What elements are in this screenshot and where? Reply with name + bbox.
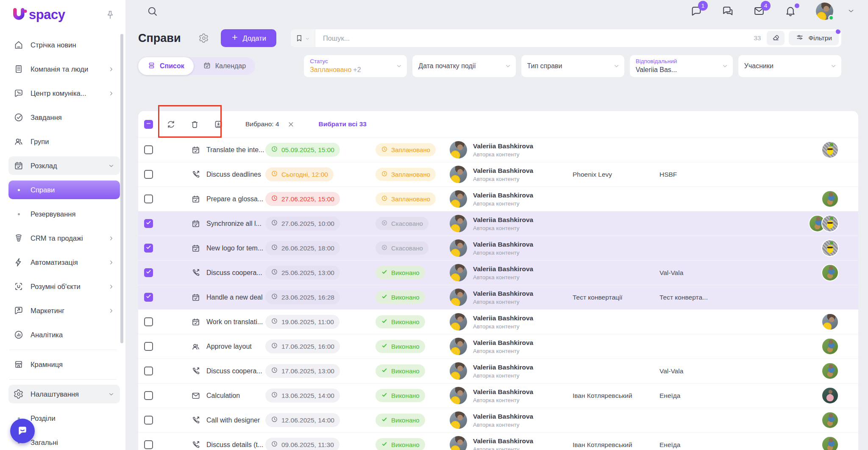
sidebar-item-automation[interactable]: Автоматизація — [8, 253, 120, 272]
filter-responsible[interactable]: ВідповідальнийValeriia Bas... — [630, 55, 733, 77]
table-row[interactable]: New logo for tem...26.06.2025, 18:00Скас… — [138, 236, 858, 261]
table-row[interactable]: Prepare a glossa...27.06.2025, 15:00Запл… — [138, 187, 858, 211]
status-label: Виконано — [391, 294, 420, 301]
task-title[interactable]: Work on translati... — [206, 318, 263, 326]
mail-button[interactable]: 4 — [753, 5, 765, 17]
table-row[interactable]: Synchronize all l...27.06.2025, 10:00Ска… — [138, 211, 858, 236]
task-title[interactable]: Synchronize all l... — [206, 220, 262, 228]
row-checkbox[interactable] — [144, 440, 153, 449]
sidebar-item-marketing[interactable]: Маркетинг — [8, 301, 120, 320]
row-checkbox[interactable] — [144, 145, 153, 154]
chevron-down-icon — [108, 391, 115, 398]
row-checkbox[interactable] — [144, 342, 153, 351]
task-title[interactable]: Approve layout — [206, 343, 252, 350]
notifications-button[interactable] — [785, 5, 796, 17]
uspacy-logo[interactable]: spacy — [12, 7, 65, 22]
sidebar-scrollbar[interactable] — [120, 34, 123, 343]
task-title[interactable]: Discuss details (t... — [206, 441, 263, 449]
sidebar-item-analytics[interactable]: Аналітика — [8, 325, 120, 344]
global-search-icon[interactable] — [147, 6, 158, 17]
table-row[interactable]: Discuss deadlinesСьогодні, 12:00Запланов… — [138, 162, 858, 187]
filter-participants[interactable]: Учасники — [738, 55, 841, 77]
sidebar-item-label: CRM та продажі — [31, 234, 83, 242]
table-row[interactable]: Call with designer12.06.2025, 14:00Викон… — [138, 408, 858, 433]
search-input[interactable] — [315, 34, 754, 42]
bulk-delete-button[interactable] — [190, 119, 200, 129]
sidebar-item-smart-objects[interactable]: Розумні об'єкти — [8, 277, 120, 296]
select-all-checkbox[interactable] — [144, 120, 153, 129]
task-date: 27.06.2025, 10:00 — [281, 220, 334, 228]
row-checkbox[interactable] — [144, 219, 153, 228]
table-row[interactable]: Calculation13.06.2025, 14:00ВиконаноVale… — [138, 383, 858, 408]
logo-u-icon — [12, 8, 28, 22]
view-toggle-list[interactable]: Список — [138, 57, 194, 75]
task-title[interactable]: Discuss coopera... — [206, 367, 262, 375]
user-avatar[interactable] — [816, 3, 833, 20]
task-title[interactable]: Translate the inte... — [206, 146, 264, 154]
filter-status[interactable]: СтатусЗаплановано+2 — [304, 55, 407, 77]
support-chat-fab[interactable] — [10, 419, 35, 443]
task-date: 09.06.2025, 11:30 — [281, 441, 334, 449]
table-row[interactable]: Discuss details (t...09.06.2025, 11:30Ви… — [138, 433, 858, 450]
task-title[interactable]: Prepare a glossa... — [206, 195, 263, 203]
table-row[interactable]: Translate the inte...05.09.2025, 15:00За… — [138, 138, 858, 162]
bulk-export-button[interactable] — [214, 119, 223, 129]
task-status-cell: Виконано — [376, 414, 450, 427]
task-title[interactable]: Handle a new deal — [206, 294, 263, 301]
groups-icon — [14, 136, 24, 147]
row-checkbox[interactable] — [144, 170, 153, 179]
sidebar-item-tasks[interactable]: Завдання — [8, 108, 120, 127]
profile-chevron-down-icon[interactable] — [847, 7, 855, 15]
filter-start-date[interactable]: Дата початку події — [412, 55, 515, 77]
chat-button[interactable]: 1 — [690, 5, 702, 17]
bulk-sync-button[interactable] — [166, 119, 176, 129]
task-title[interactable]: Call with designer — [206, 417, 260, 424]
task-title[interactable]: Discuss deadlines — [206, 171, 261, 178]
task-title[interactable]: Discuss coopera... — [206, 269, 262, 277]
sidebar-item-news-feed[interactable]: Стрічка новин — [8, 36, 120, 54]
clear-selection-button[interactable] — [287, 120, 295, 128]
table-row[interactable]: Work on translati...19.06.2025, 11:00Вик… — [138, 310, 858, 334]
saved-filters-dropdown[interactable] — [291, 29, 315, 47]
select-all-link[interactable]: Вибрати всі 33 — [319, 120, 367, 128]
task-date: 19.06.2025, 11:00 — [281, 318, 334, 326]
sidebar-item-settings[interactable]: Налаштування — [8, 385, 120, 403]
sidebar-item-groups[interactable]: Групи — [8, 132, 120, 151]
table-row[interactable]: Handle a new deal23.06.2025, 16:28Викона… — [138, 285, 858, 310]
row-checkbox[interactable] — [144, 194, 153, 203]
filter-activity-type[interactable]: Тип справи — [521, 55, 624, 77]
task-title[interactable]: Calculation — [206, 392, 240, 400]
sidebar-item-store[interactable]: Крамниця — [8, 355, 120, 374]
filters-button[interactable]: Фільтри — [789, 31, 839, 45]
call-type-icon — [191, 440, 200, 450]
pin-sidebar-icon[interactable] — [105, 10, 115, 20]
table-row[interactable]: Discuss coopera...25.06.2025, 13:00Викон… — [138, 261, 858, 285]
row-checkbox[interactable] — [144, 416, 153, 425]
row-checkbox[interactable] — [144, 317, 153, 326]
sidebar-item-crm-sales[interactable]: CRM та продажі — [8, 229, 120, 247]
sidebar-item-reservations[interactable]: Резервування — [8, 205, 120, 223]
row-checkbox[interactable] — [144, 244, 153, 253]
task-title[interactable]: New logo for tem... — [206, 244, 263, 252]
status-label: Скасовано — [391, 244, 423, 252]
author-role: Авторка контенту — [473, 176, 533, 182]
sidebar-item-comm-center[interactable]: Центр комуніка... — [8, 84, 120, 103]
view-toggle-calendar[interactable]: Календар — [194, 57, 255, 75]
row-checkbox[interactable] — [144, 268, 153, 277]
clear-filters-button[interactable] — [767, 31, 785, 45]
sidebar-item-company-people[interactable]: Компанія та люди — [8, 60, 120, 78]
sidebar-item-activities[interactable]: Справи — [8, 181, 120, 199]
page-settings-gear-icon[interactable] — [199, 33, 209, 43]
row-checkbox[interactable] — [144, 391, 153, 400]
task-date-cell: 17.06.2025, 13:00 — [265, 364, 376, 378]
row-checkbox[interactable] — [144, 367, 153, 375]
group-chats-button[interactable] — [722, 5, 734, 17]
author-cell: Valeriia BashkirovaАвторка контенту — [450, 264, 573, 281]
author-info: Valeriia BashkirovaАвторка контенту — [473, 364, 533, 379]
sidebar-item-schedule[interactable]: Розклад — [8, 156, 120, 175]
results-count: 33 — [754, 34, 761, 42]
row-checkbox[interactable] — [144, 293, 153, 302]
table-row[interactable]: Approve layout17.06.2025, 16:00ВиконаноV… — [138, 334, 858, 359]
add-button[interactable]: Додати — [221, 29, 276, 47]
table-row[interactable]: Discuss coopera...17.06.2025, 13:00Викон… — [138, 359, 858, 383]
